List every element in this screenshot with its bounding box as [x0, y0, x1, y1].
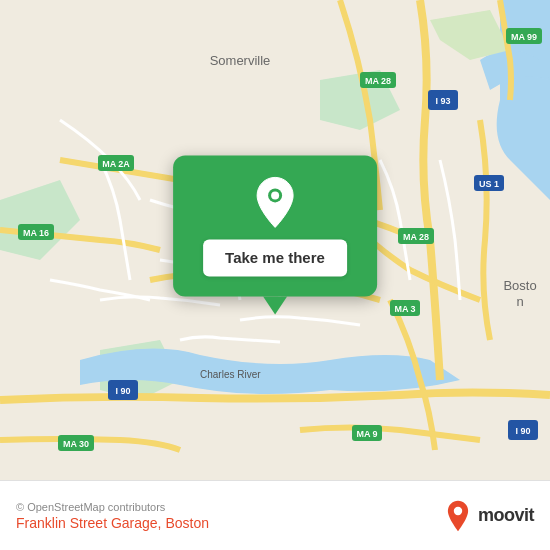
- svg-text:MA 2A: MA 2A: [102, 159, 130, 169]
- bottom-left-info: © OpenStreetMap contributors Franklin St…: [16, 501, 209, 531]
- moovit-logo-icon: [442, 500, 474, 532]
- location-pin-icon-wrap: [248, 175, 302, 229]
- svg-text:Charles River: Charles River: [200, 369, 261, 380]
- copyright-text: © OpenStreetMap contributors: [16, 501, 209, 513]
- bottom-bar: © OpenStreetMap contributors Franklin St…: [0, 480, 550, 550]
- svg-text:MA 99: MA 99: [511, 32, 537, 42]
- svg-text:Bosto: Bosto: [503, 278, 536, 293]
- svg-text:MA 28: MA 28: [403, 232, 429, 242]
- svg-text:MA 30: MA 30: [63, 439, 89, 449]
- svg-text:I 90: I 90: [515, 426, 530, 436]
- svg-text:I 90: I 90: [115, 386, 130, 396]
- svg-text:MA 9: MA 9: [356, 429, 377, 439]
- moovit-logo: moovit: [442, 500, 534, 532]
- moovit-text: moovit: [478, 505, 534, 526]
- take-me-there-button[interactable]: Take me there: [203, 239, 347, 276]
- svg-text:US 1: US 1: [479, 179, 499, 189]
- map-container: Charles River: [0, 0, 550, 480]
- svg-text:MA 3: MA 3: [394, 304, 415, 314]
- svg-point-38: [271, 191, 279, 199]
- svg-text:MA 16: MA 16: [23, 228, 49, 238]
- popup-arrow: [263, 296, 287, 314]
- location-pin-icon: [251, 175, 299, 229]
- svg-text:Somerville: Somerville: [210, 53, 271, 68]
- svg-text:I 93: I 93: [435, 96, 450, 106]
- svg-point-39: [454, 506, 462, 514]
- location-name: Franklin Street Garage, Boston: [16, 515, 209, 531]
- svg-text:n: n: [516, 294, 523, 309]
- popup-card: Take me there: [173, 155, 377, 296]
- svg-text:MA 28: MA 28: [365, 76, 391, 86]
